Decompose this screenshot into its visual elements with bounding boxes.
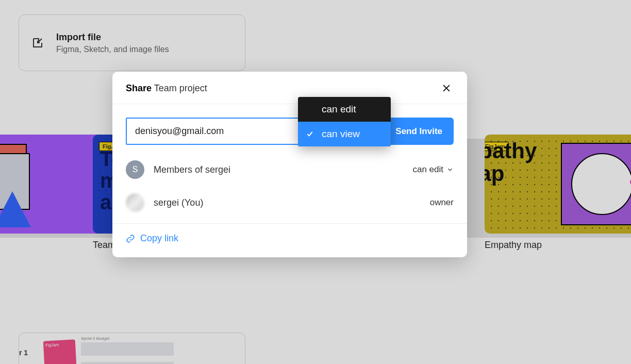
send-invite-button[interactable]: Send Invite	[384, 118, 454, 145]
check-icon	[305, 130, 314, 138]
member-row: S Members of sergei can edit	[126, 152, 454, 185]
chevron-down-icon	[446, 166, 454, 173]
member-name: sergei (You)	[154, 197, 430, 208]
dropdown-item-can-edit[interactable]: can edit	[298, 97, 391, 122]
modal-title: Share Team project	[126, 83, 207, 94]
share-modal: Share Team project Send Invite S Members…	[112, 72, 467, 257]
permission-dropdown: can edit can view	[298, 97, 391, 146]
close-button[interactable]	[439, 81, 454, 95]
copy-link-button[interactable]: Copy link	[126, 233, 178, 244]
user-avatar	[126, 193, 144, 212]
team-avatar: S	[126, 160, 144, 179]
link-icon	[126, 234, 135, 243]
member-name: Members of sergei	[154, 164, 412, 175]
role-label: owner	[430, 197, 454, 208]
role-select[interactable]: can edit	[412, 164, 454, 175]
member-row: sergei (You) owner	[126, 185, 454, 218]
dropdown-item-can-view[interactable]: can view	[298, 122, 391, 146]
